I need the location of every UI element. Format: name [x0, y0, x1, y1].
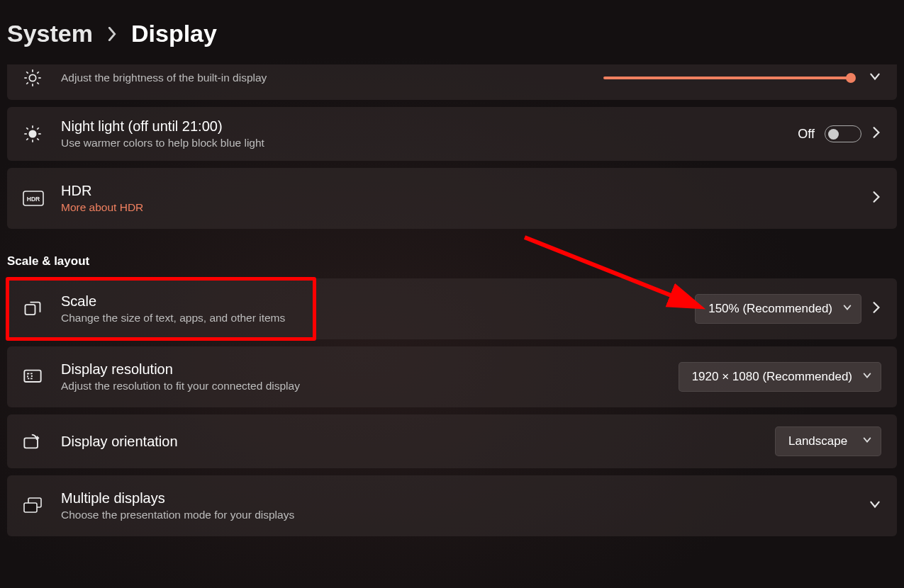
chevron-right-icon[interactable]	[871, 126, 881, 142]
multiple-displays-icon	[23, 497, 61, 515]
brightness-row[interactable]: Adjust the brightness of the built-in di…	[7, 64, 897, 100]
scale-title: Scale	[61, 293, 695, 310]
chevron-right-icon[interactable]	[871, 191, 881, 206]
svg-rect-21	[24, 371, 40, 382]
toggle-knob	[828, 129, 839, 140]
svg-text:HDR: HDR	[27, 196, 40, 203]
night-light-toggle-label: Off	[798, 127, 815, 142]
brightness-slider-thumb[interactable]	[846, 73, 856, 83]
chevron-down-icon	[862, 370, 872, 384]
svg-rect-20	[26, 305, 35, 315]
svg-point-0	[29, 74, 35, 81]
svg-point-9	[29, 130, 35, 137]
svg-line-7	[26, 82, 28, 84]
svg-rect-22	[28, 373, 32, 378]
night-light-toggle[interactable]	[825, 125, 861, 142]
orientation-icon	[23, 431, 61, 451]
scale-dropdown[interactable]: 150% (Recommended)	[695, 294, 861, 324]
scale-subtitle: Change the size of text, apps, and other…	[61, 312, 695, 324]
svg-line-8	[37, 72, 38, 73]
chevron-down-icon	[842, 302, 852, 316]
scale-icon	[23, 299, 61, 319]
hdr-title: HDR	[61, 183, 871, 199]
multiple-displays-subtitle: Choose the presentation mode for your di…	[61, 509, 869, 521]
hdr-row[interactable]: HDR HDR More about HDR	[7, 168, 897, 229]
scale-row[interactable]: Scale Change the size of text, apps, and…	[7, 278, 897, 339]
scale-layout-heading: Scale & layout	[7, 254, 897, 268]
chevron-right-icon[interactable]	[871, 301, 881, 317]
orientation-dropdown-value: Landscape	[788, 434, 847, 448]
multiple-displays-row[interactable]: Multiple displays Choose the presentatio…	[7, 475, 897, 536]
brightness-subtitle: Adjust the brightness of the built-in di…	[61, 72, 603, 84]
chevron-down-icon[interactable]	[869, 498, 881, 514]
brightness-slider[interactable]	[603, 77, 852, 79]
svg-line-5	[26, 72, 28, 73]
orientation-row[interactable]: Display orientation Landscape	[7, 414, 897, 468]
svg-rect-23	[24, 438, 38, 448]
night-light-icon	[23, 124, 61, 144]
svg-rect-25	[24, 503, 37, 512]
hdr-icon: HDR	[23, 191, 61, 206]
hdr-more-link[interactable]: More about HDR	[61, 201, 871, 214]
night-light-subtitle: Use warmer colors to help block blue lig…	[61, 137, 798, 149]
svg-line-16	[26, 138, 28, 140]
svg-line-14	[26, 128, 28, 129]
resolution-row[interactable]: Display resolution Adjust the resolution…	[7, 346, 897, 407]
resolution-dropdown[interactable]: 1920 × 1080 (Recommended)	[679, 362, 881, 392]
night-light-row[interactable]: Night light (off until 21:00) Use warmer…	[7, 107, 897, 161]
chevron-right-icon	[107, 27, 117, 44]
resolution-subtitle: Adjust the resolution to fit your connec…	[61, 380, 679, 392]
chevron-down-icon	[862, 434, 872, 448]
resolution-title: Display resolution	[61, 361, 679, 378]
night-light-title: Night light (off until 21:00)	[61, 118, 798, 135]
multiple-displays-title: Multiple displays	[61, 490, 869, 507]
orientation-dropdown[interactable]: Landscape	[775, 426, 881, 456]
breadcrumb-parent[interactable]: System	[7, 20, 93, 47]
breadcrumb-current: Display	[131, 20, 217, 47]
chevron-down-icon[interactable]	[869, 70, 881, 86]
breadcrumb: System Display	[7, 14, 897, 64]
resolution-dropdown-value: 1920 × 1080 (Recommended)	[692, 370, 852, 383]
brightness-icon	[23, 68, 61, 88]
orientation-title: Display orientation	[61, 434, 775, 450]
resolution-icon	[23, 367, 61, 387]
svg-line-15	[37, 138, 38, 140]
svg-line-6	[37, 82, 38, 84]
scale-dropdown-value: 150% (Recommended)	[708, 302, 832, 315]
svg-line-17	[37, 128, 38, 129]
